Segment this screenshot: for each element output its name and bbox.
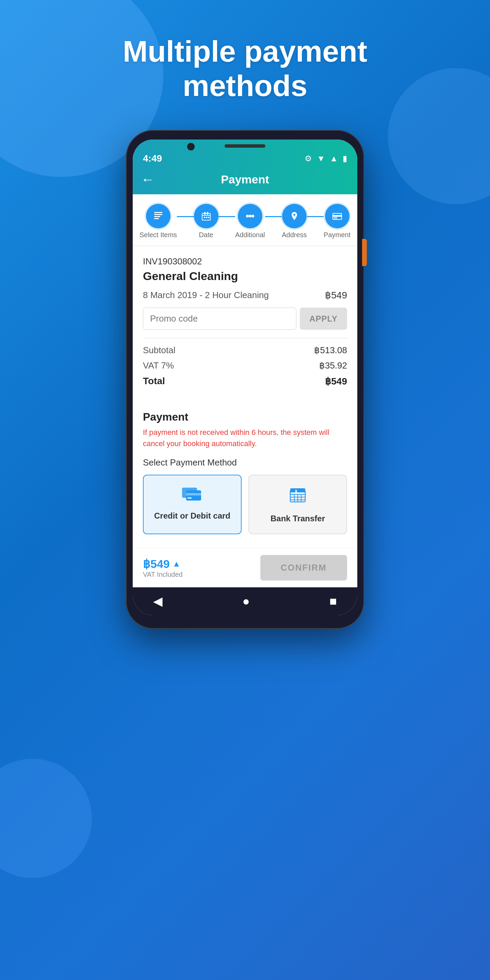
step-payment: Payment (324, 204, 350, 239)
method-card-credit[interactable]: Credit or Debit card (143, 475, 242, 534)
svg-point-11 (246, 215, 249, 218)
select-method-label: Select Payment Method (143, 457, 347, 468)
promo-input[interactable] (143, 308, 296, 330)
svg-rect-3 (154, 218, 159, 219)
svg-text:฿: ฿ (295, 489, 298, 493)
apply-button[interactable]: APPLY (300, 308, 347, 330)
total-row: Total ฿549 (143, 375, 347, 387)
step-label-payment: Payment (324, 231, 350, 239)
step-icon-date (194, 204, 218, 228)
total-label: Total (143, 375, 165, 387)
promo-row: APPLY (143, 308, 347, 330)
battery-icon: ▮ (343, 154, 347, 163)
connector-1 (177, 216, 194, 217)
speaker (224, 144, 266, 148)
step-icon-select-items (146, 204, 170, 228)
vat-value: ฿35.92 (319, 360, 347, 371)
bank-transfer-label: Bank Transfer (270, 514, 325, 523)
signal-icon: ▲ (330, 154, 338, 163)
svg-point-13 (251, 215, 254, 218)
connector-3 (265, 216, 282, 217)
title-line1: Multiple payment (123, 34, 368, 68)
app-header: ← Payment (133, 167, 357, 194)
nav-back-icon[interactable]: ◀ (153, 594, 163, 608)
svg-rect-15 (333, 215, 342, 217)
phone-frame: 4:49 ⚙ ▼ ▲ ▮ ← Payment (126, 130, 364, 629)
svg-rect-6 (207, 212, 208, 215)
svg-point-12 (249, 215, 251, 218)
service-detail: 8 March 2019 - 2 Hour Cleaning (143, 290, 269, 301)
nav-home-icon[interactable]: ● (242, 594, 250, 608)
settings-icon: ⚙ (305, 154, 312, 163)
subtotal-label: Subtotal (143, 345, 175, 356)
svg-rect-2 (154, 216, 160, 217)
svg-rect-16 (334, 218, 337, 218)
step-icon-additional (238, 204, 262, 228)
payment-methods: Credit or Debit card (143, 475, 347, 534)
svg-rect-10 (208, 217, 209, 218)
step-icon-address (282, 204, 307, 228)
wifi-icon: ▼ (317, 154, 325, 163)
service-name: General Cleaning (143, 269, 347, 283)
confirm-button[interactable]: CONFIRM (260, 555, 347, 581)
svg-rect-19 (186, 493, 201, 495)
step-select-items: Select Items (140, 204, 177, 239)
vat-included-label: VAT Included (143, 571, 183, 579)
status-icons: ⚙ ▼ ▲ ▮ (305, 154, 347, 163)
service-price: ฿549 (325, 290, 347, 301)
header-title: Payment (221, 173, 269, 186)
bottom-bar: ฿549 ▲ VAT Included CONFIRM (133, 548, 357, 587)
connector-2 (218, 216, 235, 217)
svg-rect-8 (204, 217, 205, 218)
credit-card-icon (181, 485, 203, 506)
svg-rect-0 (154, 212, 162, 213)
bottom-amount-value: ฿549 (143, 557, 170, 571)
step-label-select-items: Select Items (140, 231, 177, 239)
step-additional: Additional (235, 204, 265, 239)
phone-screen: 4:49 ⚙ ▼ ▲ ▮ ← Payment (133, 140, 357, 615)
step-label-date: Date (199, 231, 213, 239)
total-value: ฿549 (325, 375, 347, 387)
step-address: Address (282, 204, 307, 239)
invoice-number: INV190308002 (143, 256, 347, 267)
nav-bar: ◀ ● ■ (133, 587, 357, 615)
svg-rect-9 (206, 217, 207, 218)
back-button[interactable]: ← (141, 172, 154, 187)
subtotal-value: ฿513.08 (314, 345, 347, 356)
service-detail-row: 8 March 2019 - 2 Hour Cleaning ฿549 (143, 290, 347, 301)
step-icon-payment (325, 204, 350, 228)
svg-rect-5 (204, 212, 205, 215)
page-title: Multiple payment methods (123, 34, 368, 103)
progress-steps: Select Items Date (133, 194, 357, 246)
vat-label: VAT 7% (143, 360, 174, 371)
vat-row: VAT 7% ฿35.92 (143, 360, 347, 371)
divider-1 (143, 338, 347, 338)
method-card-bank[interactable]: ฿ Bank Transfer (248, 475, 347, 534)
side-button (362, 239, 367, 266)
step-date: Date (194, 204, 218, 239)
svg-rect-1 (154, 214, 162, 215)
step-label-address: Address (282, 231, 307, 239)
chevron-up-icon: ▲ (172, 559, 181, 569)
payment-section-title: Payment (143, 411, 347, 423)
credit-card-label: Credit or Debit card (154, 511, 231, 520)
connector-4 (307, 216, 324, 217)
nav-recents-icon[interactable]: ■ (329, 594, 337, 608)
bottom-amount: ฿549 ▲ (143, 557, 183, 571)
status-time: 4:49 (143, 153, 162, 164)
total-amount-area: ฿549 ▲ VAT Included (143, 557, 183, 579)
title-line2: methods (183, 69, 308, 102)
payment-warning: If payment is not received within 6 hour… (143, 427, 347, 449)
bank-icon: ฿ (288, 485, 307, 508)
subtotal-row: Subtotal ฿513.08 (143, 345, 347, 356)
svg-rect-20 (188, 497, 192, 499)
payment-section: Payment If payment is not received withi… (133, 404, 357, 548)
step-label-additional: Additional (235, 231, 265, 239)
status-bar: 4:49 ⚙ ▼ ▲ ▮ (133, 140, 357, 167)
svg-rect-22 (290, 488, 305, 492)
invoice-section: INV190308002 General Cleaning 8 March 20… (133, 246, 357, 404)
